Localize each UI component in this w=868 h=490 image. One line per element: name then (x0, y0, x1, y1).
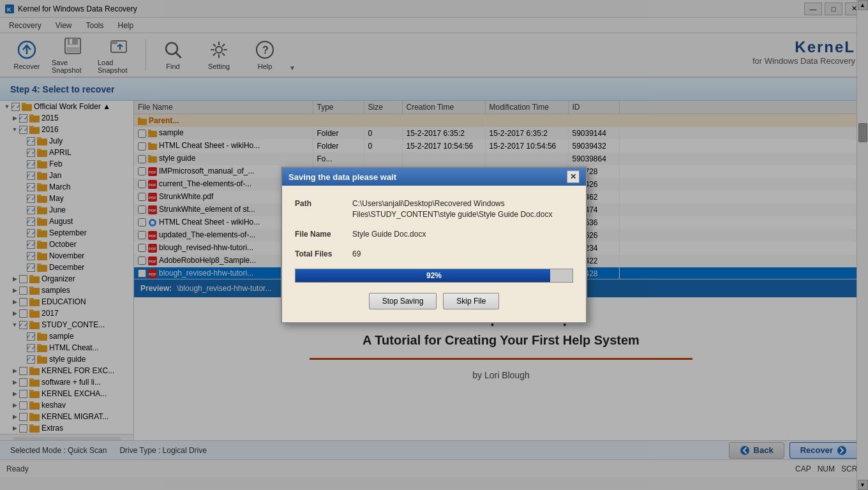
progress-bar-inner (296, 269, 550, 282)
modal-overlay: Saving the data please wait ✕ Path C:\Us… (0, 0, 868, 490)
path-value: C:\Users\anjali\Desktop\Recovered Window… (352, 198, 573, 220)
modal-body: Path C:\Users\anjali\Desktop\Recovered W… (282, 186, 586, 322)
filename-value: Style Guide Doc.docx (352, 229, 426, 240)
total-files-value: 69 (352, 249, 361, 260)
progress-container: 92% (295, 269, 573, 283)
stop-saving-button[interactable]: Stop Saving (369, 293, 437, 309)
modal-close-button[interactable]: ✕ (567, 170, 580, 183)
skip-file-button[interactable]: Skip File (443, 293, 499, 309)
total-files-label: Total Files (295, 249, 352, 258)
modal-header: Saving the data please wait ✕ (282, 168, 586, 186)
progress-bar-outer: 92% (295, 269, 573, 283)
path-label: Path (295, 198, 352, 208)
save-dialog: Saving the data please wait ✕ Path C:\Us… (281, 167, 587, 323)
modal-title: Saving the data please wait (288, 172, 396, 182)
filename-label: File Name (295, 229, 352, 239)
